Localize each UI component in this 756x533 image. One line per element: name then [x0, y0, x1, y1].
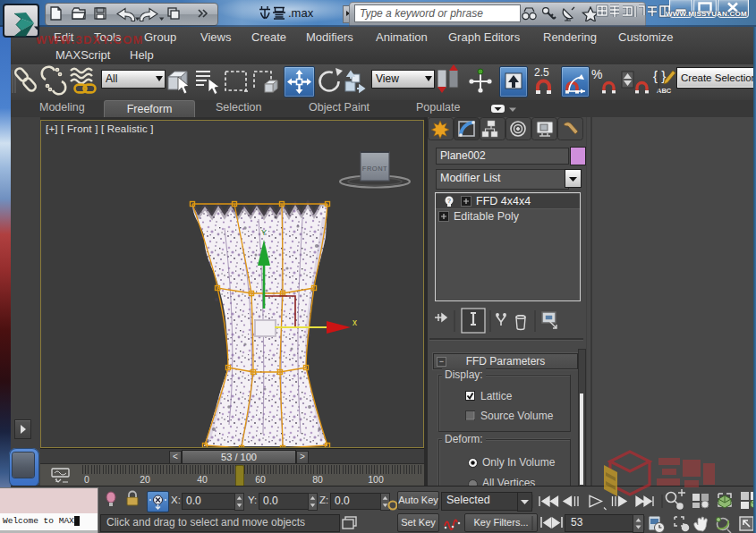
svg-text:?: ?: [447, 198, 451, 204]
svg-text:{ }: { }: [653, 68, 666, 83]
svg-text:2.5: 2.5: [534, 66, 549, 79]
svg-text:%: %: [591, 67, 602, 81]
svg-text:FRONT: FRONT: [362, 165, 387, 173]
svg-text:x: x: [353, 317, 357, 327]
svg-text:ABC: ABC: [657, 87, 672, 95]
svg-text:Y: Y: [261, 228, 267, 237]
